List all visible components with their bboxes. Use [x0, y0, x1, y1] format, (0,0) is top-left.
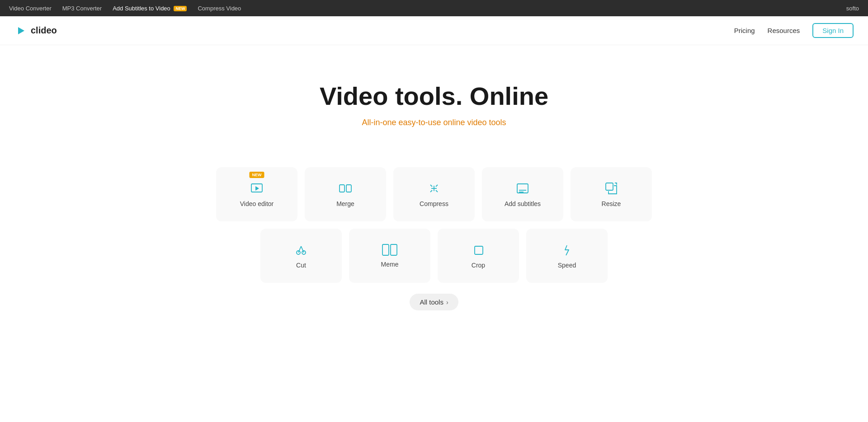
resize-label: Resize — [602, 200, 621, 207]
speed-icon — [560, 243, 574, 257]
tools-row-2: Cut Meme Crop — [260, 229, 608, 283]
tool-card-merge[interactable]: Merge — [305, 167, 386, 221]
all-tools-button[interactable]: All tools › — [410, 294, 458, 310]
chevron-right-icon: › — [446, 299, 448, 306]
topbar-brand: softo — [846, 5, 859, 12]
topbar-compress-video[interactable]: Compress Video — [198, 5, 241, 12]
tool-card-video-editor[interactable]: NEW Video editor — [216, 167, 297, 221]
svg-line-8 — [436, 185, 438, 187]
topbar-video-converter[interactable]: Video Converter — [9, 5, 52, 12]
crop-label: Crop — [472, 262, 485, 269]
svg-marker-0 — [18, 27, 24, 34]
tools-row-1: NEW Video editor Merge — [216, 167, 652, 221]
svg-rect-3 — [340, 185, 344, 192]
top-bar: Video Converter MP3 Converter Add Subtit… — [0, 0, 868, 16]
merge-icon — [338, 181, 353, 196]
merge-label: Merge — [336, 200, 354, 207]
hero-title: Video tools. Online — [9, 81, 859, 111]
svg-rect-21 — [475, 246, 483, 254]
meme-label: Meme — [381, 261, 399, 268]
nav-right: Pricing Resources Sign In — [734, 23, 854, 38]
svg-rect-4 — [346, 185, 351, 192]
crop-icon — [471, 243, 486, 257]
add-subtitles-icon — [515, 181, 530, 196]
tool-card-resize[interactable]: Resize — [571, 167, 652, 221]
hero-subtitle: All-in-one easy-to-use online video tool… — [9, 118, 859, 127]
compress-label: Compress — [420, 200, 448, 207]
video-editor-label: Video editor — [240, 200, 274, 207]
pricing-link[interactable]: Pricing — [734, 27, 755, 34]
svg-line-7 — [430, 185, 432, 187]
add-subtitles-label: Add subtitles — [505, 200, 541, 207]
tool-card-cut[interactable]: Cut — [260, 229, 342, 283]
tool-card-crop[interactable]: Crop — [438, 229, 519, 283]
tool-card-compress[interactable]: Compress — [393, 167, 475, 221]
sign-in-button[interactable]: Sign In — [812, 23, 854, 38]
logo-icon — [14, 24, 27, 37]
hero-section: Video tools. Online All-in-one easy-to-u… — [0, 45, 868, 167]
compress-icon — [427, 181, 441, 196]
tool-card-speed[interactable]: Speed — [526, 229, 608, 283]
resources-link[interactable]: Resources — [768, 27, 800, 34]
topbar-add-subtitles[interactable]: Add Subtitles to Video NEW — [113, 5, 187, 12]
svg-rect-11 — [517, 184, 528, 193]
tool-card-add-subtitles[interactable]: Add subtitles — [482, 167, 563, 221]
svg-rect-20 — [391, 244, 397, 255]
meme-icon — [382, 244, 398, 256]
tools-section: NEW Video editor Merge — [0, 167, 868, 338]
cut-label: Cut — [296, 262, 306, 269]
new-tag-video-editor: NEW — [250, 172, 264, 178]
svg-rect-19 — [382, 244, 389, 255]
main-nav: clideo Pricing Resources Sign In — [0, 16, 868, 45]
svg-rect-14 — [606, 183, 613, 190]
svg-line-10 — [436, 190, 438, 192]
svg-line-9 — [430, 190, 432, 192]
tool-card-meme[interactable]: Meme — [349, 229, 430, 283]
video-editor-icon — [250, 181, 264, 196]
logo[interactable]: clideo — [14, 24, 57, 37]
cut-icon — [294, 243, 308, 257]
speed-label: Speed — [558, 262, 576, 269]
logo-text: clideo — [31, 25, 57, 36]
svg-marker-2 — [255, 186, 259, 191]
all-tools-label: All tools — [420, 298, 443, 306]
new-badge: NEW — [174, 6, 187, 11]
resize-icon — [604, 181, 618, 196]
topbar-mp3-converter[interactable]: MP3 Converter — [62, 5, 102, 12]
